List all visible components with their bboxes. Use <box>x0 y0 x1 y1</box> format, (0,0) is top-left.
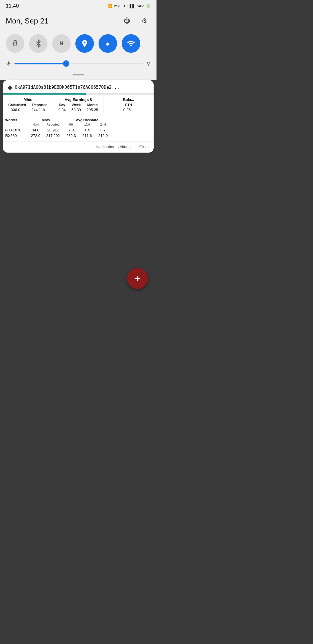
status-time: 11:40 <box>6 3 19 9</box>
rx580-12h: 211.6 <box>79 133 95 138</box>
reported-col: Reported <box>43 123 63 126</box>
brightness-slider[interactable] <box>14 63 143 64</box>
dark-background: + <box>0 155 156 306</box>
settings-button[interactable]: ⚙ <box>138 15 151 27</box>
earnings-week-label: Week <box>72 103 81 107</box>
mhs-subheaders: Calculated Reported <box>5 103 51 107</box>
earnings-stats-col: Avg Earnings $ Day Week Month 9.84 68.89… <box>53 95 104 115</box>
worker-name-col <box>5 123 28 126</box>
workers-section: Worker Mh/s Avg Hashrate Now Reported 6H… <box>3 115 154 141</box>
notif-header-buttons: ⏻ ⚙ <box>121 15 151 27</box>
toggle-wifi[interactable] <box>122 34 140 53</box>
balance-stats-col: Bala... ETH 0.06... <box>103 95 154 115</box>
gtx1070-6h: 2.8 <box>63 128 79 132</box>
worker-name-gtx1070: GTX1070 <box>5 128 28 132</box>
toggle-data[interactable] <box>99 34 117 53</box>
fab-add-button[interactable]: + <box>127 268 148 289</box>
rx580-6h: 232.3 <box>63 133 79 138</box>
lte-icon: Vo)) LTE1 <box>114 4 128 8</box>
brightness-icon: ☀ <box>6 60 12 67</box>
mining-notification-card: ◆ 0xA971dA00s81b9EBDkD65T1s76A806570De2.… <box>3 80 154 153</box>
top-stats-row: Mh/s Calculated Reported 306.0 244.119 A… <box>3 95 154 115</box>
worker-row-rx580: RX580 272.0 217.202 232.3 211.6 212.9 <box>5 133 151 138</box>
fab-plus-icon: + <box>135 273 140 284</box>
ethereum-icon: ◆ <box>8 84 12 91</box>
expand-icon[interactable]: ∨ <box>146 60 151 67</box>
power-button[interactable]: ⏻ <box>121 15 133 27</box>
earnings-month-label: Month <box>87 103 98 107</box>
workers-subheader: Now Reported 6H 12H 24H <box>5 123 151 126</box>
worker-col-header: Worker <box>5 118 28 122</box>
now-col: Now <box>28 123 43 126</box>
wallet-address: 0xA971dA00s81b9EBDkD65T1s76A806570De2... <box>15 85 149 90</box>
mhs-reported-label: Reported <box>32 103 48 107</box>
gtx1070-24h: 0.7 <box>95 128 111 132</box>
mhs-reported-value: 244.119 <box>31 108 45 112</box>
earnings-week-value: 68.89 <box>71 108 81 112</box>
mhs-calculated-label: Calculated <box>8 103 26 107</box>
earnings-subheaders: Day Week Month <box>56 103 101 107</box>
24h-col: 24H <box>95 123 111 126</box>
balance-value: 0.06... <box>106 108 151 112</box>
mhs-values: 306.0 244.119 <box>5 108 51 112</box>
mhs-calculated-value: 306.0 <box>11 108 20 112</box>
status-icons: 📶 Vo)) LTE1 ▌▌ 54% 🔋 <box>108 4 151 8</box>
notification-panel: Mon, Sep 21 ⏻ ⚙ N ☀ ∨ <box>0 12 156 80</box>
mhs-stats-col: Mh/s Calculated Reported 306.0 244.119 <box>3 95 53 115</box>
signal-bars-icon: ▌▌ <box>130 4 135 8</box>
notif-card-header: ◆ 0xA971dA00s81b9EBDkD65T1s76A806570De2.… <box>3 80 154 93</box>
6h-col: 6H <box>63 123 79 126</box>
quick-toggles: N <box>0 31 156 55</box>
notif-actions: Notification settings Clear <box>3 141 154 153</box>
12h-col: 12H <box>79 123 95 126</box>
hashrate-group-header: Avg Hashrate <box>63 118 111 122</box>
balance-header: Bala... <box>106 97 151 102</box>
toggle-bluetooth[interactable] <box>29 34 48 53</box>
earnings-day-value: 9.84 <box>59 108 66 112</box>
brightness-row: ☀ ∨ <box>0 59 156 69</box>
worker-name-rx580: RX580 <box>5 133 28 138</box>
earnings-values: 9.84 68.89 295.25 <box>56 108 101 112</box>
mhs-header: Mh/s <box>5 97 51 102</box>
battery-text: 54% <box>137 4 144 8</box>
toggle-flashlight[interactable] <box>6 34 24 53</box>
notif-panel-header: Mon, Sep 21 ⏻ ⚙ <box>0 12 156 27</box>
rx580-reported: 217.202 <box>43 133 63 138</box>
wifi-signal-icon: 📶 <box>108 4 112 8</box>
notif-date: Mon, Sep 21 <box>6 17 48 26</box>
toggle-nfc[interactable]: N <box>52 34 71 53</box>
clear-button[interactable]: Clear <box>139 144 149 149</box>
gtx1070-now: 34.0 <box>28 128 43 132</box>
balance-subheader: ETH <box>106 103 151 107</box>
rx580-24h: 212.9 <box>95 133 111 138</box>
battery-icon: 🔋 <box>146 4 151 8</box>
notification-settings-button[interactable]: Notification settings <box>95 144 130 149</box>
mhs-now-group-header: Mh/s <box>28 118 63 122</box>
workers-header: Worker Mh/s Avg Hashrate <box>5 118 151 122</box>
toggle-location[interactable] <box>75 34 94 53</box>
balance-currency-label: ETH <box>125 103 132 107</box>
earnings-month-value: 295.25 <box>87 108 98 112</box>
worker-row-gtx1070: GTX1070 34.0 26.917 2.8 1.4 0.7 <box>5 128 151 132</box>
gtx1070-12h: 1.4 <box>79 128 95 132</box>
rx580-now: 272.0 <box>28 133 43 138</box>
status-bar: 11:40 📶 Vo)) LTE1 ▌▌ 54% 🔋 <box>0 0 156 12</box>
earnings-header: Avg Earnings $ <box>56 97 101 102</box>
drag-handle <box>72 74 84 75</box>
earnings-day-label: Day <box>59 103 65 107</box>
gtx1070-reported: 26.917 <box>43 128 63 132</box>
